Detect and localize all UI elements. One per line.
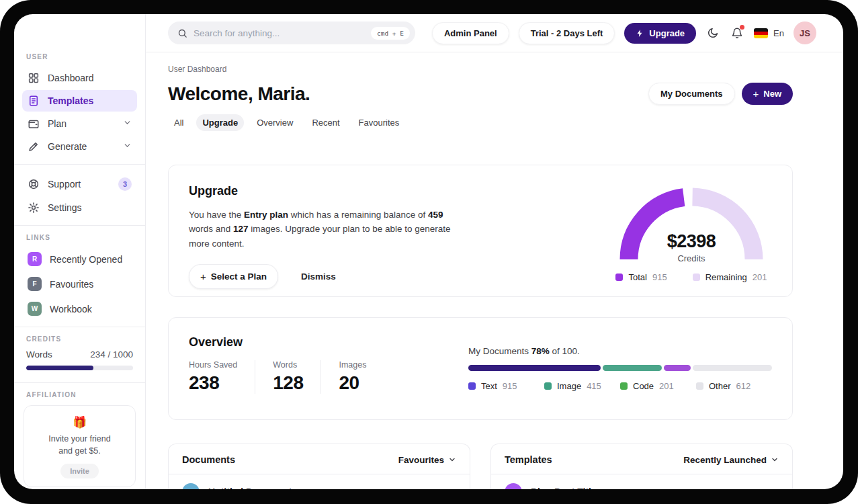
bar-segment-text: [468, 365, 601, 371]
sidebar-link-favourites[interactable]: F Favourites: [22, 273, 137, 295]
divider: [14, 327, 145, 327]
bar-segment-other: [693, 365, 772, 371]
sidebar-item-label: Settings: [48, 202, 82, 213]
legend-item-total: Total 915: [615, 272, 667, 282]
legend-item-image: Image 415: [544, 381, 620, 391]
document-list-item[interactable]: Untitled Document in Workbook: [169, 474, 470, 489]
admin-panel-button[interactable]: Admin Panel: [432, 22, 509, 44]
search-placeholder: Search for anything...: [194, 28, 365, 38]
legend-swatch: [696, 382, 703, 390]
support-count-badge: 3: [118, 177, 132, 191]
sidebar-link-recently-opened[interactable]: R Recently Opened: [22, 248, 137, 270]
stacked-progress-bar: [468, 365, 772, 371]
upgrade-card-text: You have the Entry plan which has a rema…: [189, 208, 464, 251]
upgrade-card-left: Upgrade You have the Entry plan which ha…: [189, 184, 464, 278]
templates-card-title: Templates: [505, 454, 552, 465]
link-avatar: W: [28, 302, 42, 316]
search-input[interactable]: Search for anything... cmd + E: [168, 22, 415, 44]
dismiss-button[interactable]: Dismiss: [301, 271, 336, 282]
gauge-value: $2398: [617, 231, 766, 252]
dark-mode-toggle[interactable]: [705, 26, 720, 40]
tab-overview[interactable]: Overview: [251, 114, 299, 131]
divider: [14, 164, 145, 165]
sidebar-item-support[interactable]: Support 3: [22, 173, 137, 196]
document-icon: [28, 95, 40, 107]
search-icon: [177, 28, 187, 38]
legend-item-code: Code 201: [620, 381, 696, 391]
link-avatar: R: [28, 252, 42, 266]
germany-flag-icon: [754, 28, 768, 38]
select-plan-button[interactable]: + Select a Plan: [189, 264, 278, 289]
stat-words: Words 128: [255, 360, 320, 394]
language-label: En: [773, 28, 784, 38]
gauge-sublabel: Credits: [617, 253, 766, 263]
plus-icon: +: [200, 271, 206, 282]
sidebar-item-templates[interactable]: Templates: [22, 90, 137, 112]
legend-swatch: [615, 274, 623, 281]
documents-card: Documents Favourites Untitled Document i…: [168, 444, 470, 489]
language-selector[interactable]: En: [754, 28, 784, 38]
documents-progress-chart: My Documents 78% of 100. Text 915: [468, 335, 772, 402]
grid-icon: [28, 72, 40, 84]
app-window: USER Dashboard Templates Plan Generate: [14, 14, 843, 489]
documents-filter-dropdown[interactable]: Favourites: [398, 455, 456, 465]
divider: [14, 225, 145, 226]
page-title: Welcome, Maria.: [168, 83, 310, 105]
notification-dot: [740, 25, 744, 30]
topbar: Search for anything... cmd + E Admin Pan…: [146, 14, 843, 52]
chevron-down-icon: [771, 456, 779, 464]
tab-recent[interactable]: Recent: [306, 114, 345, 131]
trial-status-button[interactable]: Trial - 2 Days Left: [519, 22, 615, 44]
legend-swatch: [468, 382, 476, 390]
templates-filter-dropdown[interactable]: Recently Launched: [683, 455, 779, 465]
stat-hours-saved: Hours Saved 238: [189, 360, 255, 394]
new-button[interactable]: + New: [742, 83, 793, 105]
link-label: Favourites: [50, 279, 93, 290]
chevron-down-icon: [123, 141, 132, 152]
sidebar-section-user: USER: [22, 53, 137, 60]
bar-legend: Text 915 Image 415 Code 20: [468, 381, 772, 391]
invite-button[interactable]: Invite: [60, 464, 99, 478]
sidebar-section-credits: CREDITS: [22, 335, 137, 343]
document-avatar: [182, 483, 200, 489]
overview-card-title: Overview: [189, 335, 384, 349]
legend-swatch: [693, 274, 700, 281]
document-title: Untitled Document: [208, 487, 292, 489]
legend-item-remaining: Remaining 201: [693, 272, 767, 282]
sidebar-link-workbook[interactable]: W Workbook: [22, 298, 137, 320]
sidebar-item-dashboard[interactable]: Dashboard: [22, 67, 137, 89]
affiliation-text: Invite your friend and get $5.: [31, 433, 128, 457]
legend-swatch: [544, 382, 552, 390]
tab-favourites[interactable]: Favourites: [353, 114, 406, 131]
overview-card-left: Overview Hours Saved 238 Words 128: [189, 335, 384, 402]
my-documents-button[interactable]: My Documents: [648, 83, 734, 105]
link-label: Workbook: [50, 304, 92, 314]
main-area: Search for anything... cmd + E Admin Pan…: [146, 14, 843, 489]
templates-card: Templates Recently Launched Blog Post Ti…: [490, 444, 793, 489]
tab-all[interactable]: All: [168, 114, 189, 131]
sidebar-item-label: Dashboard: [48, 73, 94, 83]
gauge-legend: Total 915 Remaining 201: [615, 272, 767, 282]
dashboard-content: User Dashboard Welcome, Maria. My Docume…: [146, 52, 843, 489]
template-avatar: [505, 483, 522, 489]
affiliation-card: 🎁 Invite your friend and get $5. Invite: [24, 405, 136, 487]
sidebar: USER Dashboard Templates Plan Generate: [14, 14, 146, 489]
search-shortcut-badge: cmd + E: [371, 27, 410, 40]
overview-card: Overview Hours Saved 238 Words 128: [168, 317, 793, 420]
sidebar-item-label: Generate: [48, 141, 87, 152]
upgrade-button[interactable]: Upgrade: [624, 23, 696, 44]
pencil-icon: [28, 140, 40, 153]
tab-upgrade[interactable]: Upgrade: [196, 114, 244, 131]
gear-icon: [28, 202, 40, 214]
link-avatar: F: [28, 277, 42, 291]
user-avatar[interactable]: JS: [793, 22, 816, 44]
sidebar-item-plan[interactable]: Plan: [22, 113, 137, 134]
chevron-down-icon: [123, 118, 132, 129]
credits-label: Words: [26, 349, 52, 360]
link-label: Recently Opened: [50, 254, 122, 265]
template-list-item[interactable]: Blog Post Title in Workbook: [491, 474, 792, 489]
documents-card-title: Documents: [182, 454, 235, 465]
sidebar-item-settings[interactable]: Settings: [22, 197, 137, 218]
notifications-button[interactable]: [730, 26, 744, 40]
sidebar-item-generate[interactable]: Generate: [22, 136, 137, 157]
